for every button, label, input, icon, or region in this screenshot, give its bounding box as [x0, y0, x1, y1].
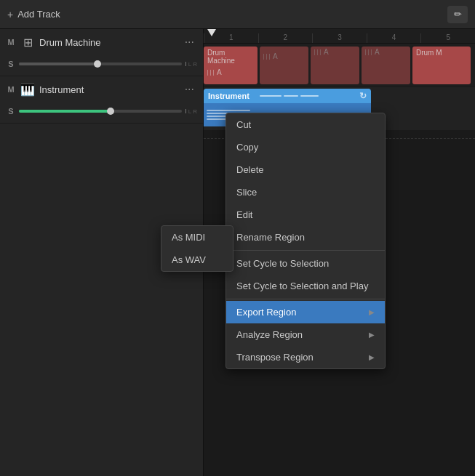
instrument-icon: 🎹 — [20, 83, 35, 97]
ruler-mark-4: 4 — [367, 33, 421, 43]
context-menu: Cut Copy Delete Slice Edit Rename Region… — [225, 113, 386, 369]
drum-region-1[interactable]: Drum Machine A — [204, 47, 258, 84]
instrument-fader-track — [19, 110, 182, 113]
set-cycle-play-label: Set Cycle to Selection and Play — [236, 281, 368, 291]
separator-2 — [226, 299, 385, 299]
drum-region-5-label: Drum M — [412, 47, 471, 59]
instrument-fader-knob[interactable] — [107, 108, 114, 115]
menu-item-rename[interactable]: Rename Region — [226, 226, 385, 249]
menu-item-analyze-region[interactable]: Analyze Region ▶ — [226, 323, 385, 346]
drum-region-5[interactable]: Drum M — [412, 47, 471, 84]
menu-item-slice[interactable]: Slice — [226, 181, 385, 203]
grid-icon-3 — [314, 49, 322, 55]
plus-icon: + — [7, 9, 13, 20]
submenu-item-as-midi[interactable]: As MIDI — [161, 226, 233, 249]
drum-fader-track — [19, 62, 182, 65]
menu-item-export-region[interactable]: Export Region ▶ — [226, 301, 385, 323]
drum-fader-knob[interactable] — [94, 60, 101, 68]
drum-fader-fill — [19, 62, 100, 65]
drum-region-2[interactable]: A — [260, 47, 308, 84]
ruler-mark-5: 5 — [420, 33, 475, 43]
midi-line-t3 — [300, 95, 319, 97]
drum-track-lane: Drum Machine A A A A Drum M — [204, 44, 475, 87]
export-region-label: Export Region — [236, 307, 296, 318]
playhead — [207, 29, 216, 36]
instrument-fader-fill — [19, 110, 113, 113]
edit-label: Edit — [236, 209, 252, 220]
midi-lines-top — [260, 95, 319, 97]
drum-region-3-pattern: A — [311, 47, 359, 57]
as-midi-label: As MIDI — [172, 232, 205, 243]
header: + Add Track ✏ — [0, 0, 475, 29]
analyze-region-arrow: ▶ — [369, 331, 375, 339]
instrument-options[interactable]: ··· — [182, 83, 197, 96]
drum-region-4[interactable]: A — [362, 47, 410, 84]
drum-machine-name: Drum Machine — [39, 37, 177, 48]
transpose-region-label: Transpose Region — [236, 352, 314, 363]
refresh-icon[interactable]: ↻ — [359, 91, 367, 101]
add-track-button[interactable]: + Add Track — [7, 9, 60, 20]
slice-label: Slice — [236, 187, 257, 198]
instrument-region-label: Instrument — [208, 92, 250, 100]
cut-label: Cut — [236, 119, 251, 130]
pencil-tool-button[interactable]: ✏ — [447, 6, 468, 23]
ruler-marks: 1 2 3 4 5 — [204, 29, 475, 43]
separator-1 — [226, 250, 385, 251]
drum-region-2-pattern: A — [260, 51, 308, 62]
menu-item-cut[interactable]: Cut — [226, 113, 385, 136]
mute-button-instrument[interactable]: M — [6, 85, 16, 94]
instrument-region-header: Instrument ↻ — [204, 89, 371, 103]
solo-button-drum[interactable]: S — [6, 60, 16, 68]
midi-line-t1 — [260, 95, 282, 97]
submenu-item-as-wav[interactable]: As WAV — [161, 249, 233, 271]
copy-label: Copy — [236, 142, 258, 153]
drum-region-1-pattern: A — [204, 67, 258, 78]
drum-region-1-label: Drum Machine — [204, 47, 258, 67]
menu-item-copy[interactable]: Copy — [226, 136, 385, 158]
solo-button-instrument[interactable]: S — [6, 107, 16, 116]
grid-icon-2 — [263, 54, 271, 60]
midi-line-t2 — [284, 95, 298, 97]
as-wav-label: As WAV — [172, 254, 206, 265]
midi-line-1 — [207, 110, 250, 111]
drum-region-3[interactable]: A — [311, 47, 359, 84]
drum-knob-control[interactable]: I L R — [185, 60, 197, 68]
knob-lr-label-2: L R — [188, 108, 197, 115]
drum-machine-icon: ⊞ — [20, 36, 35, 49]
mute-button-drum[interactable]: M — [6, 38, 16, 47]
transpose-region-arrow: ▶ — [369, 353, 375, 361]
analyze-region-label: Analyze Region — [236, 329, 303, 340]
delete-label: Delete — [236, 164, 264, 175]
grid-icon-4 — [365, 49, 372, 55]
menu-item-delete[interactable]: Delete — [226, 158, 385, 181]
instrument-name: Instrument — [39, 84, 177, 95]
drum-region-4-pattern: A — [362, 47, 410, 57]
menu-item-edit[interactable]: Edit — [226, 203, 385, 226]
track-drum-machine: M ⊞ Drum Machine ··· S I L R — [0, 29, 203, 76]
knob-i-label-2: I — [185, 108, 187, 115]
add-track-label: Add Track — [17, 9, 60, 20]
ruler-mark-2: 2 — [258, 33, 313, 43]
set-cycle-label: Set Cycle to Selection — [236, 258, 329, 269]
rename-label: Rename Region — [236, 232, 305, 243]
drum-machine-options[interactable]: ··· — [182, 36, 197, 49]
timeline-ruler: 1 2 3 4 5 — [204, 29, 475, 44]
grid-icon-1 — [207, 70, 215, 76]
export-region-arrow: ▶ — [369, 308, 375, 316]
menu-item-transpose-region[interactable]: Transpose Region ▶ — [226, 346, 385, 368]
ruler-mark-3: 3 — [312, 33, 367, 43]
instrument-knob-control[interactable]: I L R — [185, 108, 197, 115]
menu-item-set-cycle-play[interactable]: Set Cycle to Selection and Play — [226, 275, 385, 297]
track-instrument: M 🎹 Instrument ··· S I L R — [0, 76, 203, 124]
menu-item-set-cycle[interactable]: Set Cycle to Selection — [226, 252, 385, 275]
pencil-icon: ✏ — [454, 9, 462, 20]
knob-lr-label: L R — [188, 61, 197, 68]
export-submenu: As MIDI As WAV — [161, 225, 233, 272]
knob-i-label: I — [185, 60, 187, 68]
